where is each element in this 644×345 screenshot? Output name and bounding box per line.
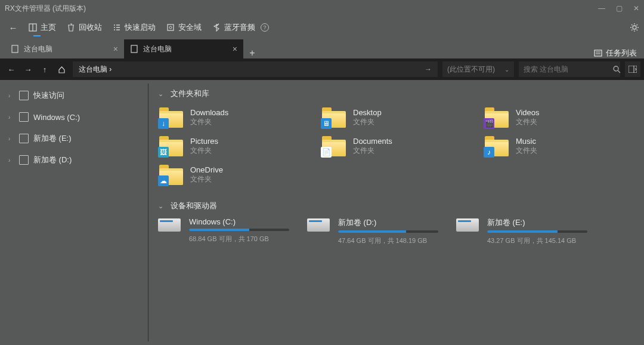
expand-icon[interactable]: › <box>8 93 14 99</box>
body: ›快速访问 ›Windows (C:) ›新加卷 (E:) ›新加卷 (D:) … <box>0 80 644 345</box>
task-list-button[interactable]: 任务列表 <box>594 48 644 58</box>
drive-item[interactable]: 新加卷 (E:)43.27 GB 可用，共 145.14 GB <box>456 217 587 245</box>
sidebar-quick-access[interactable]: ›快速访问 <box>2 85 145 106</box>
drive-bar <box>189 229 289 231</box>
gear-icon <box>630 23 639 32</box>
go-icon[interactable]: → <box>425 65 432 73</box>
menu-recycle-label: 回收站 <box>79 22 102 33</box>
folder-icon: 🎬 <box>485 107 509 128</box>
sidebar-drive-e[interactable]: ›新加卷 (E:) <box>2 128 145 149</box>
address-bar[interactable]: 这台电脑 › → <box>73 61 438 77</box>
section-drives-header[interactable]: ⌄ 设备和驱动器 <box>158 201 634 211</box>
layout-toggle[interactable] <box>625 61 640 77</box>
drive-icon <box>456 218 479 232</box>
close-button[interactable]: ✕ <box>633 4 639 13</box>
navbar: ← → ↑ 这台电脑 › → (此位置不可用) ⌄ <box>0 58 644 80</box>
folder-downloads[interactable]: ↓Downloads文件夹 <box>158 105 309 130</box>
drive-name: Windows (C:) <box>189 217 289 226</box>
section-folders-title: 文件夹和库 <box>171 88 209 99</box>
sidebar-item-label: 新加卷 (E:) <box>33 133 72 144</box>
sidebar-drive-c[interactable]: ›Windows (C:) <box>2 106 145 128</box>
tab-0-close[interactable]: × <box>113 44 118 54</box>
tab-add[interactable]: + <box>243 48 261 58</box>
drive-name: 新加卷 (D:) <box>338 217 438 228</box>
sidebar-item-label: 快速访问 <box>33 90 64 101</box>
folder-videos[interactable]: 🎬Videos文件夹 <box>484 105 634 130</box>
folder-icon <box>19 134 29 143</box>
svg-rect-12 <box>628 66 637 73</box>
settings-button[interactable] <box>630 23 639 32</box>
drive-item[interactable]: 新加卷 (D:)47.64 GB 可用，共 148.19 GB <box>307 217 438 245</box>
folder-documents[interactable]: 📄Documents文件夹 <box>321 134 472 159</box>
folder-name: Videos <box>516 108 540 117</box>
search-box[interactable] <box>519 61 620 77</box>
nav-up[interactable]: ↑ <box>37 61 52 77</box>
drive-size: 68.84 GB 可用，共 170 GB <box>189 235 289 244</box>
expand-icon[interactable]: › <box>8 114 14 121</box>
minimize-button[interactable]: — <box>598 4 605 13</box>
tab-0[interactable]: 这台电脑 × <box>5 39 124 58</box>
section-drives-title: 设备和驱动器 <box>171 201 217 211</box>
main-toolbar: ← 主页 回收站 快速启动 安全域 蓝牙音频 ? <box>0 17 644 38</box>
folder-onedrive[interactable]: ☁OneDrive文件夹 <box>158 162 309 187</box>
tab-1-close[interactable]: × <box>233 44 237 54</box>
menus: 主页 回收站 快速启动 安全域 蓝牙音频 ? <box>29 22 269 33</box>
folder-name: Desktop <box>353 108 382 117</box>
menu-bluetooth-label: 蓝牙音频 <box>224 22 255 33</box>
expand-icon[interactable]: › <box>8 157 14 164</box>
search-icon[interactable] <box>613 66 621 73</box>
folder-icon: ♪ <box>485 136 509 156</box>
folder-icon: 🖥 <box>322 107 346 128</box>
drives-grid: Windows (C:)68.84 GB 可用，共 170 GB新加卷 (D:)… <box>158 217 634 245</box>
drive-icon <box>158 218 181 232</box>
drive-item[interactable]: Windows (C:)68.84 GB 可用，共 170 GB <box>158 217 289 245</box>
folder-icon: 📄 <box>322 136 346 156</box>
tabs-row: 这台电脑 × 这台电脑 × + 任务列表 <box>0 38 644 58</box>
folder-type: 文件夹 <box>516 117 540 127</box>
expand-icon[interactable]: › <box>8 135 14 142</box>
menu-security[interactable]: 安全域 <box>166 22 202 33</box>
content: ⌄ 文件夹和库 ↓Downloads文件夹🖥Desktop文件夹🎬Videos文… <box>148 80 644 345</box>
folder-type: 文件夹 <box>353 117 382 127</box>
folder-name: OneDrive <box>190 165 223 174</box>
svg-point-10 <box>614 66 618 71</box>
address-path: 这台电脑 › <box>79 64 112 75</box>
tab-1[interactable]: 这台电脑 × <box>124 39 243 58</box>
maximize-button[interactable]: ▢ <box>616 4 623 13</box>
nav-home[interactable] <box>54 61 69 77</box>
svg-line-11 <box>618 70 620 73</box>
chevron-down-icon: ⌄ <box>158 202 163 210</box>
sidebar: ›快速访问 ›Windows (C:) ›新加卷 (E:) ›新加卷 (D:) <box>0 80 148 345</box>
sidebar-drive-d[interactable]: ›新加卷 (D:) <box>2 149 145 171</box>
drive-bar <box>487 230 587 233</box>
drive-name: 新加卷 (E:) <box>487 217 587 228</box>
back-button[interactable]: ← <box>5 23 21 33</box>
help-icon[interactable]: ? <box>261 23 269 32</box>
folder-desktop[interactable]: 🖥Desktop文件夹 <box>321 105 472 130</box>
section-folders-header[interactable]: ⌄ 文件夹和库 <box>158 88 634 99</box>
drive-size: 47.64 GB 可用，共 148.19 GB <box>338 236 438 245</box>
location-combo-label: (此位置不可用) <box>447 64 495 75</box>
folder-type: 文件夹 <box>190 146 218 156</box>
folder-type: 文件夹 <box>190 117 228 127</box>
sidebar-item-label: 新加卷 (D:) <box>33 155 72 165</box>
home-icon <box>29 23 37 32</box>
menu-quickstart-label: 快速启动 <box>125 22 156 33</box>
menu-security-label: 安全域 <box>178 22 202 33</box>
folder-icon <box>19 112 29 122</box>
search-input[interactable] <box>524 65 613 73</box>
menu-bluetooth[interactable]: 蓝牙音频 ? <box>212 22 269 33</box>
menu-quickstart[interactable]: 快速启动 <box>113 22 156 33</box>
menu-home[interactable]: 主页 <box>29 22 56 33</box>
task-list-icon <box>594 49 602 57</box>
folder-music[interactable]: ♪Music文件夹 <box>484 134 634 159</box>
folder-pictures[interactable]: 🖼Pictures文件夹 <box>158 134 309 159</box>
nav-forward[interactable]: → <box>20 61 36 77</box>
chevron-down-icon: ⌄ <box>158 90 163 98</box>
svg-rect-2 <box>168 24 174 30</box>
menu-recycle[interactable]: 回收站 <box>67 22 102 33</box>
nav-back[interactable]: ← <box>4 61 19 77</box>
folder-name: Downloads <box>190 108 228 117</box>
folder-icon <box>19 155 29 165</box>
location-combo[interactable]: (此位置不可用) ⌄ <box>442 61 514 77</box>
